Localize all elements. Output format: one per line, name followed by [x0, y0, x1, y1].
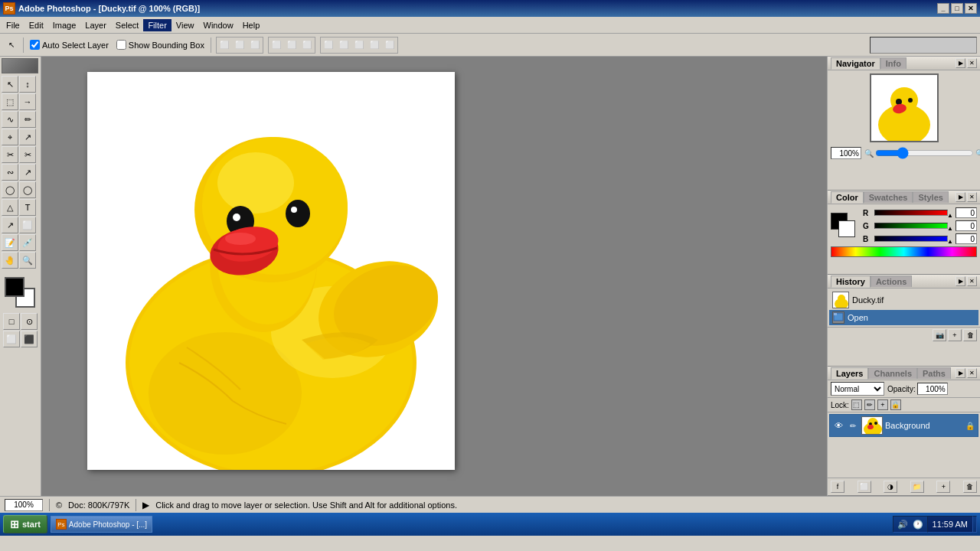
color-arrow-btn[interactable]: ▶	[956, 192, 965, 202]
opacity-input[interactable]	[917, 383, 948, 395]
navigator-arrow-btn[interactable]: ▶	[956, 58, 965, 68]
layer-visibility-icon[interactable]: 👁	[832, 419, 844, 432]
history-arrow-btn[interactable]: ▶	[956, 276, 965, 286]
move-tool-icon[interactable]: ↖	[3, 37, 20, 54]
nav-zoom-input[interactable]: 100%	[831, 147, 861, 159]
move-tool[interactable]: ↖	[2, 76, 18, 93]
eyedropper-tool[interactable]: 💉	[19, 234, 36, 251]
dist-center-v-icon[interactable]: ⬜	[284, 37, 299, 53]
lasso-tool[interactable]: →	[19, 93, 36, 110]
standard-mode[interactable]: □	[3, 313, 20, 330]
align-left-icon[interactable]: ⬜	[217, 37, 232, 53]
lock-all-icon[interactable]: 🔒	[890, 399, 901, 410]
zoom-display[interactable]: 100%	[5, 499, 43, 511]
canvas-area[interactable]	[41, 57, 827, 496]
align-right-icon[interactable]: ⬜	[247, 37, 263, 53]
taskbar-photoshop[interactable]: Ps Adobe Photoshop - [...]	[51, 516, 152, 533]
dist-top-icon[interactable]: ⬜	[269, 37, 284, 53]
tab-info[interactable]: Info	[880, 57, 906, 69]
arrange5-icon[interactable]: ⬜	[382, 37, 397, 53]
menu-layer[interactable]: Layer	[80, 19, 111, 31]
tab-swatches[interactable]: Swatches	[864, 191, 913, 203]
tab-actions[interactable]: Actions	[871, 276, 912, 287]
hand-tool[interactable]: 🤚	[2, 252, 18, 269]
maximize-button[interactable]: □	[951, 3, 963, 14]
zoom-out-icon[interactable]: 🔍	[864, 149, 874, 158]
dist-bottom-icon[interactable]: ⬜	[299, 37, 315, 53]
history-item-open[interactable]: Open	[829, 310, 978, 325]
new-snapshot-btn[interactable]: 📷	[933, 329, 946, 341]
clone-tool[interactable]: ✂	[2, 146, 18, 163]
selection-move[interactable]: ↕	[19, 76, 36, 93]
layer-mask-btn[interactable]: ⬜	[858, 481, 871, 493]
tab-navigator[interactable]: Navigator	[831, 57, 880, 70]
foreground-color[interactable]	[5, 277, 24, 297]
full-screen-mode[interactable]: ⬛	[21, 331, 38, 347]
r-value-input[interactable]: 0	[956, 207, 977, 218]
crop-tool[interactable]: ✏	[19, 111, 36, 128]
magic-wand[interactable]: ∿	[2, 111, 18, 128]
new-group-btn[interactable]: 📁	[910, 481, 924, 493]
create-layer-btn[interactable]: +	[948, 329, 962, 341]
menu-window[interactable]: Window	[199, 19, 238, 31]
close-button[interactable]: ✕	[965, 3, 977, 14]
new-fill-layer-btn[interactable]: ◑	[884, 481, 897, 493]
tab-color[interactable]: Color	[831, 191, 864, 204]
quick-mask-mode[interactable]: ⊙	[21, 313, 38, 330]
menu-image[interactable]: Image	[48, 19, 81, 31]
layer-style-btn[interactable]: f	[831, 481, 844, 493]
b-value-input[interactable]: 0	[956, 233, 977, 244]
eraser-tool[interactable]: ∾	[2, 164, 18, 181]
path-select[interactable]: ↗	[2, 217, 18, 233]
history-item-ducky[interactable]: Ducky.tif	[829, 290, 978, 310]
navigator-close-btn[interactable]: ✕	[967, 58, 977, 68]
menu-help[interactable]: Help	[238, 19, 265, 31]
arrange2-icon[interactable]: ⬜	[336, 37, 351, 53]
tab-layers[interactable]: Layers	[831, 367, 868, 380]
layer-background[interactable]: 👁 ✏ Background 🔒	[829, 414, 978, 437]
pen-tool[interactable]: △	[2, 199, 18, 216]
zoom-in-icon[interactable]: 🔍	[975, 149, 980, 158]
gradient-tool[interactable]: ↗	[19, 164, 36, 181]
menu-file[interactable]: File	[2, 19, 24, 31]
menu-filter[interactable]: Filter	[143, 19, 171, 31]
start-button[interactable]: ⊞ start	[3, 515, 47, 533]
color-spectrum[interactable]	[831, 246, 977, 257]
nav-zoom-slider[interactable]	[875, 148, 974, 158]
arrange4-icon[interactable]: ⬜	[367, 37, 382, 53]
tab-channels[interactable]: Channels	[868, 367, 917, 379]
menu-view[interactable]: View	[172, 19, 199, 31]
menu-select[interactable]: Select	[111, 19, 144, 31]
screen-mode-btn[interactable]: ⬜	[3, 331, 20, 347]
history-brush[interactable]: ✂	[19, 146, 36, 163]
auto-select-layer-checkbox[interactable]: Auto Select Layer	[30, 40, 109, 50]
g-value-input[interactable]: 0	[956, 220, 977, 231]
lock-position-icon[interactable]: +	[877, 399, 888, 410]
blend-mode-select[interactable]: Normal	[831, 382, 884, 396]
tab-styles[interactable]: Styles	[913, 191, 948, 203]
new-layer-btn[interactable]: +	[936, 481, 950, 493]
lock-image-icon[interactable]: ✏	[864, 399, 875, 410]
tab-history[interactable]: History	[831, 276, 871, 288]
arrange1-icon[interactable]: ⬜	[321, 37, 336, 53]
history-close-btn[interactable]: ✕	[967, 276, 977, 286]
shape-tool[interactable]: ⬜	[19, 217, 36, 233]
tab-paths[interactable]: Paths	[917, 367, 951, 379]
layers-close-btn[interactable]: ✕	[967, 368, 977, 378]
delete-layer-btn[interactable]: 🗑	[963, 481, 977, 493]
align-center-h-icon[interactable]: ⬜	[232, 37, 247, 53]
delete-state-btn[interactable]: 🗑	[963, 329, 977, 341]
layers-arrow-btn[interactable]: ▶	[956, 368, 965, 378]
notes-tool[interactable]: 📝	[2, 234, 18, 251]
minimize-button[interactable]: _	[937, 3, 949, 14]
blur-tool[interactable]: ◯	[2, 181, 18, 198]
dodge-tool[interactable]: ◯	[19, 181, 36, 198]
zoom-tool[interactable]: 🔍	[19, 252, 36, 269]
marquee-tool[interactable]: ⬚	[2, 93, 18, 110]
arrange3-icon[interactable]: ⬜	[351, 37, 367, 53]
heal-tool[interactable]: ⌖	[2, 129, 18, 145]
bg-swatch[interactable]	[838, 220, 855, 237]
type-tool[interactable]: T	[19, 199, 36, 216]
show-bounding-box-checkbox[interactable]: Show Bounding Box	[116, 40, 204, 50]
lock-transparent-icon[interactable]: ⬚	[851, 399, 862, 410]
